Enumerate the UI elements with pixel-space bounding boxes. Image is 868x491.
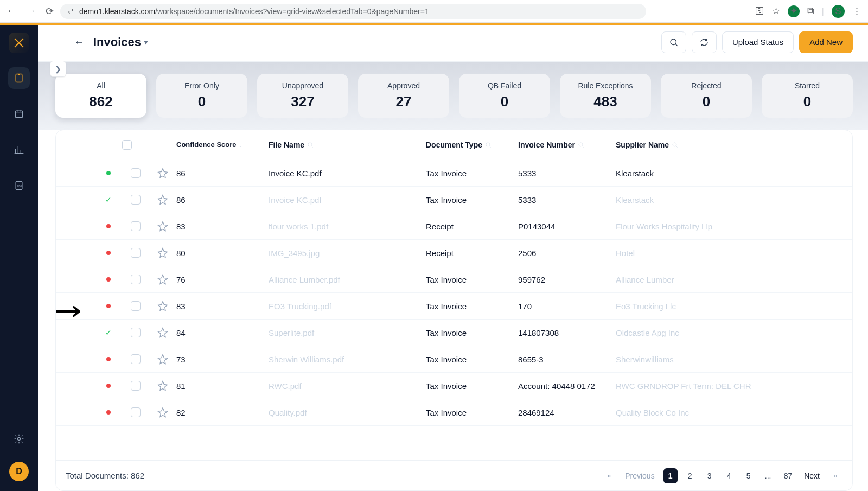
row-checkbox[interactable] bbox=[131, 381, 141, 391]
table-row[interactable]: 81RWC.pdfTax InvoiceAccount: 40448 0172R… bbox=[56, 373, 852, 399]
star-icon[interactable] bbox=[157, 407, 168, 418]
filter-label: QB Failed bbox=[464, 81, 545, 90]
col-document-type[interactable]: Document Type bbox=[426, 141, 518, 149]
table-footer: Total Documents: 862 «Previous12345...87… bbox=[56, 460, 852, 490]
table-row[interactable]: 83flour works 1.pdfReceiptP0143044Flour … bbox=[56, 213, 852, 240]
filter-card[interactable]: Rule Exceptions483 bbox=[560, 74, 651, 118]
page-next[interactable]: Next bbox=[801, 468, 823, 483]
sidebar-analytics-icon[interactable] bbox=[8, 139, 30, 161]
app-logo[interactable] bbox=[9, 33, 29, 53]
filter-card[interactable]: All862 bbox=[55, 74, 146, 118]
col-confidence[interactable]: Confidence Score ↓ bbox=[176, 141, 269, 149]
page-number[interactable]: 2 bbox=[683, 468, 697, 483]
svg-rect-1 bbox=[15, 111, 22, 118]
url-bar[interactable]: ⇄ demo1.klearstack.com/workspace/documen… bbox=[60, 4, 646, 19]
page-number[interactable]: 5 bbox=[742, 468, 756, 483]
svg-text:PDF: PDF bbox=[17, 184, 22, 188]
supplier-name: Sherwinwilliams bbox=[616, 355, 757, 364]
page-last[interactable]: » bbox=[828, 468, 843, 483]
row-checkbox[interactable] bbox=[131, 221, 141, 231]
invoice-number: 28469124 bbox=[518, 408, 616, 417]
table-row[interactable]: ✓84Superlite.pdfTax Invoice141807308Oldc… bbox=[56, 320, 852, 346]
page-number[interactable]: ... bbox=[761, 468, 775, 483]
extensions-icon[interactable]: ⧉ bbox=[807, 5, 814, 17]
star-icon[interactable] bbox=[157, 354, 168, 365]
page-number[interactable]: 87 bbox=[781, 468, 796, 483]
filter-card[interactable]: Approved27 bbox=[358, 74, 449, 118]
site-info-icon[interactable]: ⇄ bbox=[68, 7, 74, 15]
row-checkbox[interactable] bbox=[131, 275, 141, 284]
sidebar-settings-icon[interactable] bbox=[8, 428, 30, 450]
row-checkbox[interactable] bbox=[131, 354, 141, 364]
row-checkbox[interactable] bbox=[131, 168, 141, 178]
page-previous[interactable]: Previous bbox=[622, 468, 658, 483]
star-icon[interactable] bbox=[157, 301, 168, 311]
table-header-row: Confidence Score ↓ File Name Document Ty… bbox=[56, 130, 852, 160]
table-row[interactable]: 76Alliance Lumber.pdfTax Invoice959762Al… bbox=[56, 266, 852, 293]
select-all-checkbox[interactable] bbox=[122, 140, 132, 150]
table-row[interactable]: 82Quality.pdfTax Invoice28469124Quality … bbox=[56, 399, 852, 426]
row-checkbox[interactable] bbox=[131, 407, 141, 417]
star-icon[interactable] bbox=[157, 247, 168, 258]
table-row[interactable]: ✓86Invoice KC.pdfTax Invoice5333Klearsta… bbox=[56, 187, 852, 213]
filter-card[interactable]: Starred0 bbox=[762, 74, 853, 118]
filter-card[interactable]: Unapproved327 bbox=[257, 74, 348, 118]
filter-card[interactable]: QB Failed0 bbox=[459, 74, 550, 118]
star-icon[interactable] bbox=[157, 274, 168, 285]
row-checkbox[interactable] bbox=[131, 195, 141, 205]
filter-count: 27 bbox=[363, 93, 444, 110]
col-file-name[interactable]: File Name bbox=[269, 141, 426, 149]
row-checkbox[interactable] bbox=[131, 301, 141, 311]
menu-icon[interactable]: ⋮ bbox=[852, 5, 861, 17]
star-icon[interactable] bbox=[157, 194, 168, 205]
filter-count: 862 bbox=[61, 93, 141, 110]
supplier-name: Quality Block Co Inc bbox=[616, 408, 757, 417]
page-first[interactable]: « bbox=[602, 468, 616, 483]
file-name: Invoice KC.pdf bbox=[269, 195, 426, 205]
extension-icon[interactable]: ✦ bbox=[788, 5, 800, 17]
sidebar-calendar-icon[interactable] bbox=[8, 103, 30, 125]
sidebar-documents-icon[interactable] bbox=[8, 67, 30, 89]
table-row[interactable]: 86Invoice KC.pdfTax Invoice5333Klearstac… bbox=[56, 160, 852, 187]
user-avatar[interactable]: D bbox=[9, 462, 29, 481]
reload-icon[interactable]: ⟳ bbox=[46, 5, 54, 17]
star-icon[interactable] bbox=[157, 380, 168, 391]
status-check-icon: ✓ bbox=[95, 195, 122, 204]
profile-badge[interactable]: S bbox=[832, 5, 845, 18]
invoice-number: 141807308 bbox=[518, 328, 616, 337]
page-number[interactable]: 4 bbox=[722, 468, 736, 483]
filter-count: 327 bbox=[263, 93, 343, 110]
star-icon[interactable] bbox=[157, 168, 168, 178]
status-dot bbox=[106, 410, 111, 415]
documents-table: Confidence Score ↓ File Name Document Ty… bbox=[55, 130, 853, 491]
table-row[interactable]: 73Sherwin Williams.pdfTax Invoice8655-3S… bbox=[56, 346, 852, 373]
back-arrow-icon[interactable]: ← bbox=[74, 36, 85, 48]
url-path: /workspace/documents/Invoices?view=grid-… bbox=[155, 7, 429, 16]
star-icon[interactable]: ☆ bbox=[772, 5, 780, 17]
row-checkbox[interactable] bbox=[131, 328, 141, 337]
search-button[interactable] bbox=[661, 31, 686, 53]
sidebar-expand-handle[interactable]: ❯ bbox=[50, 61, 66, 77]
col-supplier-name[interactable]: Supplier Name bbox=[616, 141, 757, 149]
back-icon[interactable]: ← bbox=[7, 5, 16, 17]
confidence-score: 80 bbox=[176, 248, 269, 258]
page-number[interactable]: 1 bbox=[663, 468, 678, 483]
confidence-score: 81 bbox=[176, 381, 269, 391]
page-number[interactable]: 3 bbox=[703, 468, 717, 483]
row-checkbox[interactable] bbox=[131, 248, 141, 258]
col-invoice-number[interactable]: Invoice Number bbox=[518, 141, 616, 149]
page-title-dropdown[interactable]: Invoices ▾ bbox=[93, 35, 148, 49]
star-icon[interactable] bbox=[157, 221, 168, 232]
add-new-button[interactable]: Add New bbox=[799, 31, 853, 53]
refresh-button[interactable] bbox=[692, 31, 717, 53]
table-row[interactable]: 83EO3 Trucking.pdfTax Invoice170Eo3 Truc… bbox=[56, 293, 852, 320]
forward-icon[interactable]: → bbox=[26, 5, 36, 17]
star-icon[interactable] bbox=[157, 327, 168, 338]
upload-status-button[interactable]: Upload Status bbox=[722, 31, 794, 53]
filter-card[interactable]: Rejected0 bbox=[661, 74, 752, 118]
table-row[interactable]: 80IMG_3495.jpgReceipt2506Hotel bbox=[56, 240, 852, 266]
document-type: Tax Invoice bbox=[426, 195, 518, 205]
filter-card[interactable]: Error Only0 bbox=[156, 74, 247, 118]
key-icon[interactable]: ⚿ bbox=[755, 6, 764, 17]
sidebar-pdf-icon[interactable]: PDF bbox=[8, 175, 30, 196]
